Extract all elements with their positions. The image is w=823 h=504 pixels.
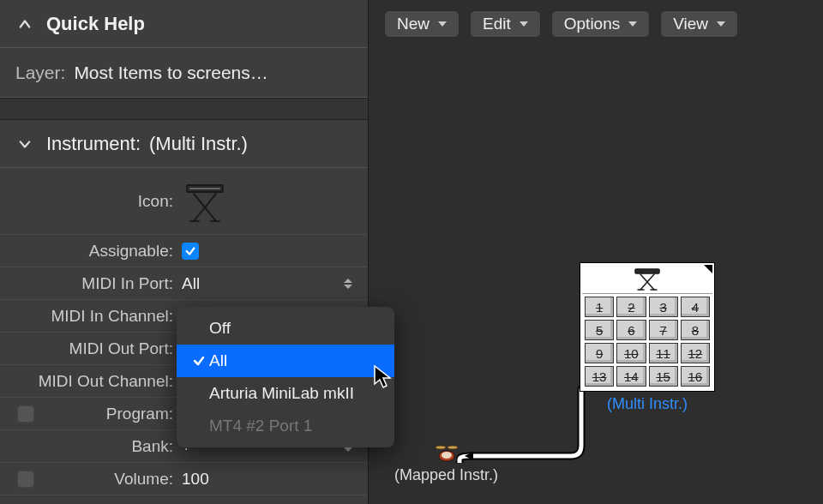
new-label: New xyxy=(397,15,430,33)
channel-cell-9[interactable]: 9 xyxy=(585,343,614,363)
multi-instrument-label: (Multi Instr.) xyxy=(580,395,715,413)
object-corner-icon xyxy=(704,265,712,273)
quick-help-header[interactable]: Quick Help xyxy=(0,0,368,48)
section-divider xyxy=(0,98,368,120)
patch-cable xyxy=(444,291,598,463)
channel-cell-13[interactable]: 13 xyxy=(585,366,614,387)
icon-row: Icon: xyxy=(0,168,368,235)
midi-in-port-row[interactable]: MIDI In Port: All xyxy=(0,267,368,300)
channel-cell-15[interactable]: 15 xyxy=(649,366,678,387)
assignable-checkbox[interactable] xyxy=(182,243,199,260)
svg-point-12 xyxy=(448,446,458,449)
dropdown-item-label: MT4 #2 Port 1 xyxy=(209,417,312,435)
channel-cell-7[interactable]: 7 xyxy=(649,320,678,340)
dropdown-item-mt4: MT4 #2 Port 1 xyxy=(177,410,394,442)
midi-in-port-stepper[interactable] xyxy=(344,279,357,289)
layer-value: Most Items to screens… xyxy=(74,63,267,83)
instrument-header[interactable]: Instrument: (Multi Instr.) xyxy=(0,120,368,168)
icon-label: Icon: xyxy=(10,192,182,211)
svg-point-14 xyxy=(442,452,452,459)
program-label: Program: xyxy=(41,405,182,423)
keyboard-stand-icon xyxy=(182,178,228,225)
dropdown-item-label: Arturia MiniLab mkII xyxy=(209,384,354,403)
channel-cell-12[interactable]: 12 xyxy=(681,343,710,363)
new-menu[interactable]: New xyxy=(384,10,460,38)
assignable-label: Assignable: xyxy=(10,242,182,261)
volume-checkbox[interactable] xyxy=(17,471,34,488)
chevron-down-icon xyxy=(15,135,34,153)
midi-out-channel-label: MIDI Out Channel: xyxy=(10,372,182,391)
instrument-icon-picker[interactable] xyxy=(182,178,357,225)
layer-row[interactable]: Layer: Most Items to screens… xyxy=(0,48,368,98)
environment-canvas-panel: New Edit Options View xyxy=(369,0,823,504)
channel-cell-5[interactable]: 5 xyxy=(585,320,614,340)
channel-cell-10[interactable]: 10 xyxy=(616,343,646,363)
midi-out-port-label: MIDI Out Port: xyxy=(10,339,182,358)
midi-in-port-label: MIDI In Port: xyxy=(10,274,182,293)
svg-rect-6 xyxy=(635,269,659,273)
volume-value: 100 xyxy=(182,470,357,489)
channel-cell-8[interactable]: 8 xyxy=(681,320,710,340)
multi-instrument-box: 12345678910111213141516 xyxy=(580,262,715,392)
channel-cell-14[interactable]: 14 xyxy=(616,366,646,387)
environment-canvas[interactable]: 12345678910111213141516 (Multi Instr.) (… xyxy=(369,48,823,504)
volume-label: Volume: xyxy=(41,470,182,489)
channel-cell-16[interactable]: 16 xyxy=(681,366,710,387)
channel-cell-3[interactable]: 3 xyxy=(649,297,678,317)
midi-in-port-value: All xyxy=(182,274,344,293)
dropdown-item-all[interactable]: All xyxy=(177,345,394,377)
edit-label: Edit xyxy=(483,15,511,33)
instrument-value: (Multi Instr.) xyxy=(149,133,248,155)
svg-point-11 xyxy=(436,446,446,449)
options-menu[interactable]: Options xyxy=(551,10,650,38)
multi-instrument-object[interactable]: 12345678910111213141516 (Multi Instr.) xyxy=(580,262,715,413)
dropdown-item-label: All xyxy=(209,351,227,370)
keyboard-stand-icon xyxy=(632,267,663,292)
dropdown-item-arturia[interactable]: Arturia MiniLab mkII xyxy=(177,377,394,410)
chevron-down-icon xyxy=(628,21,637,27)
multi-instrument-header xyxy=(582,265,712,294)
mapped-instrument-label: (Mapped Instr.) xyxy=(394,466,498,483)
channel-cell-2[interactable]: 2 xyxy=(616,297,646,317)
chevron-down-icon xyxy=(438,21,447,27)
dropdown-item-off[interactable]: Off xyxy=(177,312,394,345)
channel-cell-4[interactable]: 4 xyxy=(681,297,710,317)
drumkit-icon xyxy=(434,442,460,463)
bank-label: Bank: xyxy=(10,437,182,456)
quick-help-label: Quick Help xyxy=(46,13,145,35)
midi-in-channel-label: MIDI In Channel: xyxy=(10,307,182,326)
channel-grid: 12345678910111213141516 xyxy=(582,294,712,389)
mapped-instrument-object[interactable]: (Mapped Instr.) xyxy=(394,442,498,484)
chevron-down-icon xyxy=(520,21,528,27)
dropdown-item-label: Off xyxy=(209,319,231,338)
channel-cell-11[interactable]: 11 xyxy=(649,343,678,363)
chevron-down-icon xyxy=(717,21,725,27)
instrument-label: Instrument: xyxy=(46,133,141,155)
volume-row[interactable]: Volume: 100 xyxy=(0,463,368,495)
program-checkbox[interactable] xyxy=(17,405,34,423)
channel-cell-6[interactable]: 6 xyxy=(616,320,646,340)
environment-toolbar: New Edit Options View xyxy=(369,0,823,48)
checkmark-icon xyxy=(189,354,209,368)
edit-menu[interactable]: Edit xyxy=(470,10,541,38)
options-label: Options xyxy=(564,15,620,33)
midi-in-port-dropdown: Off All Arturia MiniLab mkII MT4 #2 Port… xyxy=(177,307,394,447)
view-label: View xyxy=(673,15,708,33)
view-menu[interactable]: View xyxy=(660,10,738,38)
assignable-row: Assignable: xyxy=(0,235,368,267)
layer-label: Layer: xyxy=(15,63,65,83)
chevron-right-icon xyxy=(15,15,34,33)
channel-cell-1[interactable]: 1 xyxy=(585,297,614,317)
